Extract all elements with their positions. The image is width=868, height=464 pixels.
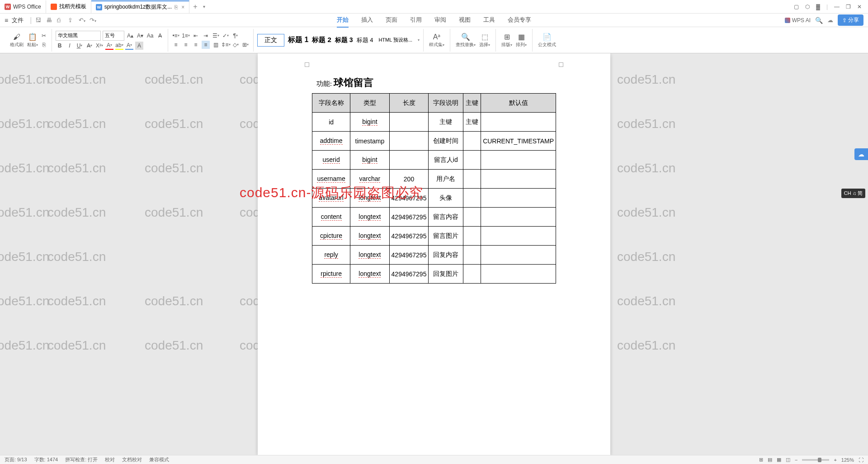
table-row[interactable]: addtimetimestamp创建时间CURRENT_TIMESTAMP — [312, 132, 556, 151]
cut-icon[interactable]: ✂ — [40, 32, 48, 40]
ime-indicator[interactable]: CH ♫ 简 — [841, 189, 865, 198]
align-center-icon[interactable]: ≡ — [182, 41, 190, 49]
view-mode3-icon[interactable]: ▦ — [777, 457, 781, 463]
tab-page[interactable]: 页面 — [386, 13, 397, 28]
bullets-icon[interactable]: •≡▾ — [172, 32, 180, 40]
superscript-icon[interactable]: X²▾ — [95, 42, 104, 50]
share-button[interactable]: ⇪ 分享 — [838, 14, 863, 26]
change-case-icon[interactable]: Aa — [146, 32, 154, 40]
table-row[interactable]: idbigint主键主键 — [312, 113, 556, 132]
strike-icon[interactable]: A̶▾ — [85, 42, 94, 50]
minimize-button[interactable]: — — [834, 4, 840, 10]
ruler-left-icon[interactable] — [305, 62, 309, 67]
document-tab[interactable]: W springbootkdm1z数据库文... ⎘ × — [91, 0, 189, 13]
tab-menu-chevron-icon[interactable]: ▾ — [203, 4, 205, 9]
status-mode[interactable]: 兼容模式 — [149, 456, 169, 463]
align-justify-icon[interactable]: ≡ — [202, 41, 210, 49]
style-h1[interactable]: 标题 1 — [288, 35, 308, 45]
table-row[interactable]: rpicturelongtext4294967295回复图片 — [312, 265, 556, 284]
tab-tools[interactable]: 工具 — [483, 13, 495, 28]
sort-icon[interactable]: ✓▾ — [222, 32, 230, 40]
template-tab[interactable]: 找稻壳模板 — [46, 0, 91, 13]
font-color-icon[interactable]: A▾ — [105, 42, 113, 50]
bold-icon[interactable]: B — [56, 42, 64, 50]
zoom-value[interactable]: 125% — [841, 457, 854, 463]
window-icon-3[interactable]: ▓ — [816, 4, 820, 10]
window-icon-1[interactable]: ▢ — [794, 4, 799, 10]
style-h4[interactable]: 标题 4 — [357, 36, 373, 44]
save-icon[interactable]: 🖫 — [35, 17, 42, 24]
table-row[interactable]: usernamevarchar200用户名 — [312, 170, 556, 189]
style-html[interactable]: HTML 预设格... — [377, 37, 414, 43]
increase-indent-icon[interactable]: ⇥ — [202, 32, 210, 40]
grow-font-icon[interactable]: A▴ — [126, 32, 134, 40]
zoom-out-icon[interactable]: − — [795, 457, 797, 463]
line-spacing-icon[interactable]: ⇕≡▾ — [222, 41, 230, 49]
tab-view[interactable]: 视图 — [459, 13, 471, 28]
preview-icon[interactable]: ⎙ — [57, 17, 64, 24]
align-left-icon[interactable]: ≡ — [172, 41, 180, 49]
document-page[interactable]: 功能: 球馆留言 字段名称 类型 长度 字段说明 主键 默认值 idbigint… — [258, 53, 610, 455]
char-shading-icon[interactable]: A — [135, 42, 143, 50]
paste-button[interactable]: 📋粘贴▾ — [25, 33, 40, 48]
maximize-button[interactable]: ❐ — [846, 4, 851, 10]
clear-format-icon[interactable]: A̶ — [156, 32, 164, 40]
fullscreen-icon[interactable]: ⛶ — [859, 457, 863, 463]
close-tab-icon[interactable]: × — [181, 4, 184, 10]
redo-icon[interactable]: ↷▾ — [90, 17, 97, 24]
app-tab[interactable]: W WPS Office — [0, 0, 46, 13]
tab-start[interactable]: 开始 — [337, 13, 349, 28]
format-painter-button[interactable]: 🖌格式刷 — [8, 33, 25, 48]
style-h3[interactable]: 标题 3 — [335, 36, 353, 44]
align-right-icon[interactable]: ≡ — [192, 41, 200, 49]
status-page[interactable]: 页面: 9/13 — [5, 456, 27, 463]
shading-icon[interactable]: ◇▾ — [231, 41, 240, 49]
table-row[interactable]: avatarurllongtext4294967295头像 — [312, 189, 556, 208]
outline-button[interactable]: ⊞排版▾ — [500, 33, 514, 48]
find-replace-button[interactable]: 🔍查找替换▾ — [454, 33, 477, 48]
font-size-select[interactable] — [103, 31, 124, 41]
cloud-icon[interactable]: ☁ — [827, 17, 833, 24]
view-mode2-icon[interactable]: ▤ — [768, 457, 772, 463]
zoom-slider[interactable] — [802, 459, 829, 461]
status-spell[interactable]: 拼写检查: 打开 — [65, 456, 98, 463]
table-row[interactable]: replylongtext4294967295回复内容 — [312, 246, 556, 265]
file-menu[interactable]: 文件 — [12, 16, 24, 24]
tab-member[interactable]: 会员专享 — [508, 13, 531, 28]
table-row[interactable]: contentlongtext4294967295留言内容 — [312, 208, 556, 227]
table-row[interactable]: cpicturelongtext4294967295留言图片 — [312, 227, 556, 246]
status-proof[interactable]: 校对 — [105, 456, 115, 463]
font-color2-icon[interactable]: A▾ — [125, 42, 133, 50]
ruler-right-icon[interactable] — [559, 62, 563, 67]
styles-set-button[interactable]: Aᵃ样式集▾ — [427, 33, 446, 48]
wps-ai-button[interactable]: WPS AI — [785, 17, 811, 24]
arrange-button[interactable]: ▦排列▾ — [514, 33, 528, 48]
close-window-button[interactable]: ✕ — [857, 4, 862, 10]
show-marks-icon[interactable]: ¶▾ — [231, 32, 240, 40]
style-normal[interactable]: 正文 — [257, 34, 284, 47]
print-icon[interactable]: 🖶 — [46, 17, 53, 24]
italic-icon[interactable]: I — [66, 42, 74, 50]
export-icon[interactable]: ⇪ — [68, 17, 75, 24]
styles-more-icon[interactable]: ▾ — [418, 38, 420, 42]
distribute-icon[interactable]: ▥ — [212, 41, 220, 49]
side-cloud-button[interactable]: ☁ — [854, 148, 868, 160]
view-mode1-icon[interactable]: ⊞ — [759, 457, 763, 463]
style-h2[interactable]: 标题 2 — [312, 36, 331, 44]
select-button[interactable]: ⬚选择▾ — [477, 33, 492, 48]
shrink-font-icon[interactable]: A▾ — [136, 32, 144, 40]
tab-review[interactable]: 审阅 — [434, 13, 446, 28]
copy-icon[interactable]: ⎘ — [40, 41, 48, 49]
numbering-icon[interactable]: 1≡▾ — [182, 32, 190, 40]
tab-reference[interactable]: 引用 — [410, 13, 422, 28]
status-words[interactable]: 字数: 1474 — [34, 456, 58, 463]
zoom-in-icon[interactable]: + — [834, 457, 836, 463]
window-icon-2[interactable]: ⬡ — [805, 4, 810, 10]
hamburger-icon[interactable]: ≡ — [5, 17, 8, 24]
db-table[interactable]: 字段名称 类型 长度 字段说明 主键 默认值 idbigint主键主键addti… — [312, 93, 556, 284]
view-mode4-icon[interactable]: ◫ — [786, 457, 790, 463]
search-icon[interactable]: 🔍 — [815, 17, 823, 24]
table-row[interactable]: useridbigint留言人id — [312, 151, 556, 170]
decrease-indent-icon[interactable]: ⇤ — [192, 32, 200, 40]
add-tab-button[interactable]: + — [189, 3, 201, 11]
